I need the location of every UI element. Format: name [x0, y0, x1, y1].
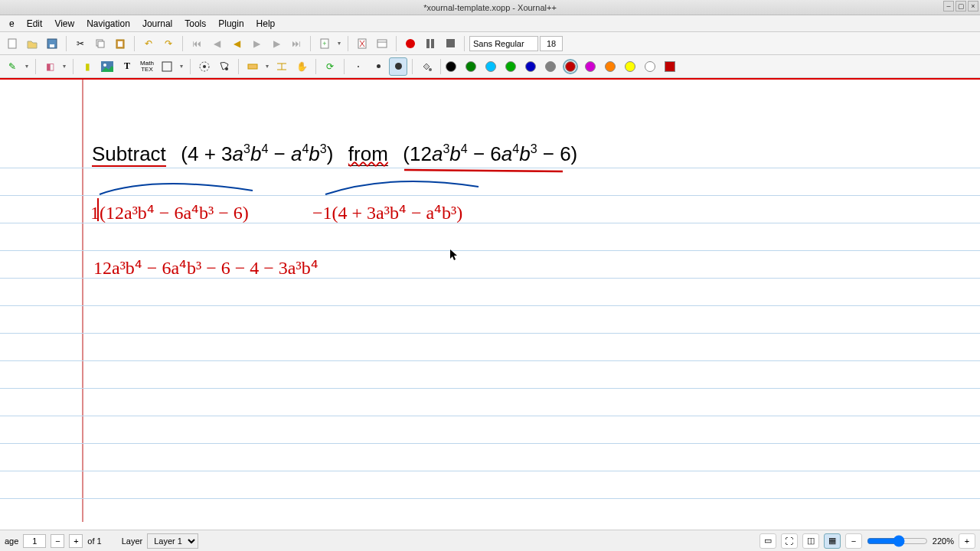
- layout-icon[interactable]: [373, 34, 391, 53]
- cut-icon[interactable]: ✂: [71, 34, 90, 53]
- color-red[interactable]: [565, 61, 576, 72]
- new-icon[interactable]: [3, 34, 21, 53]
- menu-journal[interactable]: Journal: [136, 17, 178, 31]
- menu-plugin[interactable]: Plugin: [212, 17, 250, 31]
- layer-select[interactable]: Layer 1: [147, 533, 198, 549]
- last-page-icon[interactable]: ⏭: [287, 34, 305, 53]
- prev-annotated-icon[interactable]: ◀: [227, 34, 246, 53]
- highlighter-tool-icon[interactable]: ▮: [78, 57, 96, 76]
- record-icon[interactable]: [401, 34, 420, 53]
- tex-tool-icon[interactable]: MathTEX: [138, 57, 156, 76]
- fill-tool-icon[interactable]: [417, 57, 436, 76]
- zoom-slider[interactable]: [867, 535, 928, 547]
- svg-rect-6: [118, 41, 122, 47]
- svg-point-21: [225, 67, 228, 70]
- window-title: *xournal-template.xopp - Xournal++: [423, 3, 557, 12]
- next-annotated-icon[interactable]: ▶: [247, 34, 266, 53]
- copy-icon[interactable]: [91, 34, 109, 53]
- zoom-out-button[interactable]: −: [845, 533, 862, 549]
- color-lightblue[interactable]: [485, 61, 496, 72]
- view-fullscreen-icon[interactable]: ⛶: [781, 533, 798, 549]
- delete-page-icon[interactable]: [353, 34, 371, 53]
- select-region-icon[interactable]: [195, 57, 214, 76]
- menu-view[interactable]: View: [48, 17, 80, 31]
- statusbar: age − + of 1 Layer Layer 1 ▭ ⛶ ◫ ▦ − 220…: [0, 530, 980, 551]
- layer-label: Layer: [122, 536, 143, 546]
- svg-rect-14: [426, 39, 430, 48]
- prev-page-icon[interactable]: ◀: [207, 34, 226, 53]
- insert-space-icon[interactable]: [273, 57, 291, 76]
- svg-rect-2: [50, 44, 54, 47]
- new-page-icon[interactable]: +: [315, 34, 334, 53]
- zoom-value: 220%: [933, 536, 954, 546]
- svg-point-26: [429, 68, 432, 71]
- view-dual-icon[interactable]: ◫: [802, 533, 819, 549]
- page-next-button[interactable]: +: [69, 534, 83, 548]
- color-gray[interactable]: [545, 61, 556, 72]
- color-lightgreen[interactable]: [505, 61, 516, 72]
- toolbar-main: ✂ ↶ ↷ ⏮ ◀ ◀ ▶ ▶ ⏭ + ▾: [0, 32, 980, 55]
- view-grid-icon[interactable]: ▦: [824, 533, 841, 549]
- menu-file[interactable]: e: [3, 17, 21, 31]
- color-white[interactable]: [645, 61, 655, 72]
- menu-edit[interactable]: Edit: [21, 17, 49, 31]
- thickness-fine-icon[interactable]: [349, 57, 368, 76]
- menubar: e Edit View Navigation Journal Tools Plu…: [0, 15, 980, 32]
- refresh-icon[interactable]: ⟳: [321, 57, 339, 76]
- paste-icon[interactable]: [111, 34, 129, 53]
- color-orange[interactable]: [605, 61, 616, 72]
- page: Subtract (4 + 3a3b4 − a4b3) from (12a3b4…: [0, 78, 980, 522]
- menu-navigation[interactable]: Navigation: [80, 17, 136, 31]
- view-single-icon[interactable]: ▭: [760, 533, 776, 549]
- stop-icon[interactable]: [441, 34, 459, 53]
- expr1: (4 + 3a3b4 − a4b3): [181, 142, 333, 165]
- color-green[interactable]: [466, 61, 476, 72]
- zoom-in-button[interactable]: +: [959, 533, 975, 549]
- text-tool-icon[interactable]: T: [118, 57, 136, 76]
- eraser-dropdown[interactable]: ▾: [60, 63, 68, 70]
- page-prev-button[interactable]: −: [51, 534, 64, 548]
- window-titlebar: *xournal-template.xopp - Xournal++ – ▢ ×: [0, 0, 980, 15]
- svg-rect-0: [8, 39, 16, 48]
- vspace-dropdown[interactable]: ▾: [263, 63, 271, 70]
- color-yellow[interactable]: [625, 61, 635, 72]
- pen-dropdown[interactable]: ▾: [23, 63, 31, 70]
- redo-icon[interactable]: ↷: [159, 34, 178, 53]
- color-magenta[interactable]: [585, 61, 596, 72]
- image-tool-icon[interactable]: [98, 57, 116, 76]
- thickness-thick-icon[interactable]: [389, 57, 407, 76]
- svg-rect-18: [162, 62, 172, 71]
- page-label: age: [5, 536, 18, 546]
- thickness-medium-icon[interactable]: [369, 57, 387, 76]
- margin-line: [82, 80, 83, 522]
- color-black[interactable]: [446, 61, 456, 72]
- undo-icon[interactable]: ↶: [139, 34, 158, 53]
- close-button[interactable]: ×: [968, 1, 978, 11]
- first-page-icon[interactable]: ⏮: [188, 34, 206, 53]
- menu-help[interactable]: Help: [250, 17, 282, 31]
- next-page-icon[interactable]: ▶: [267, 34, 286, 53]
- canvas-area[interactable]: Subtract (4 + 3a3b4 − a4b3) from (12a3b4…: [0, 78, 980, 522]
- menu-tools[interactable]: Tools: [178, 17, 212, 31]
- pause-icon[interactable]: [421, 34, 439, 53]
- hand-line2b: −1(4 + 3a³b⁴ − a⁴b³): [312, 202, 462, 223]
- shape-dropdown[interactable]: ▾: [178, 63, 185, 70]
- fill-color-swatch[interactable]: [665, 61, 675, 72]
- maximize-button[interactable]: ▢: [956, 1, 966, 11]
- color-blue[interactable]: [525, 61, 536, 72]
- pen-tool-icon[interactable]: ✎: [3, 57, 21, 76]
- hand-tool-icon[interactable]: ✋: [292, 57, 311, 76]
- mouse-cursor-icon: [450, 249, 459, 262]
- vertical-space-icon[interactable]: [243, 57, 262, 76]
- page-number-input[interactable]: [23, 534, 46, 548]
- save-icon[interactable]: [43, 34, 61, 53]
- shape-tool-icon[interactable]: [158, 57, 176, 76]
- font-name-input[interactable]: [469, 36, 538, 51]
- minimize-button[interactable]: –: [943, 1, 954, 11]
- open-icon[interactable]: [23, 34, 41, 53]
- eraser-tool-icon[interactable]: ◧: [41, 57, 59, 76]
- select-object-icon[interactable]: [215, 57, 234, 76]
- toolbar-tools: ✎ ▾ ◧ ▾ ▮ T MathTEX ▾ ▾ ✋ ⟳: [0, 55, 980, 78]
- font-size-input[interactable]: [540, 36, 563, 51]
- new-page-dropdown[interactable]: ▾: [335, 40, 343, 47]
